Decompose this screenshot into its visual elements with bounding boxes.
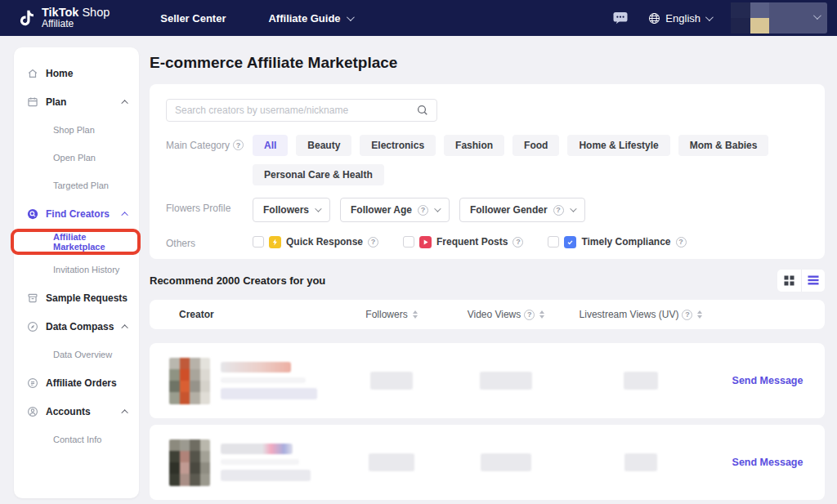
search-icon[interactable] bbox=[417, 105, 428, 116]
timely-compliance-option: Timely Compliance ? bbox=[548, 236, 686, 248]
send-message-button[interactable]: Send Message bbox=[732, 375, 803, 386]
sidebar-item-sample-requests[interactable]: Sample Requests bbox=[14, 283, 139, 312]
chevron-down-icon bbox=[347, 13, 355, 21]
creator-name-redacted bbox=[221, 444, 311, 481]
help-icon[interactable]: ? bbox=[524, 310, 535, 320]
sidebar-item-affiliate-marketplace[interactable]: Affiliate Marketplace bbox=[14, 228, 139, 256]
brand-name: TikTok bbox=[42, 6, 78, 19]
follower-gender-dropdown[interactable]: Follower Gender ? bbox=[459, 198, 585, 222]
page-title: E-commerce Affiliate Marketplace bbox=[150, 54, 397, 72]
sidebar-item-contact-info[interactable]: Contact Info bbox=[14, 426, 139, 453]
view-toggle bbox=[777, 270, 825, 292]
chevron-down-icon bbox=[315, 205, 321, 212]
chevron-up-icon bbox=[121, 100, 128, 106]
creator-table-header: Creator Followers Video Views ? Livestre… bbox=[150, 300, 825, 329]
sidebar-item-home[interactable]: Home bbox=[14, 59, 139, 87]
avatar bbox=[731, 2, 769, 33]
search-input[interactable] bbox=[175, 105, 410, 116]
quick-response-checkbox[interactable] bbox=[253, 236, 264, 248]
person-icon bbox=[27, 406, 38, 417]
box-icon bbox=[27, 292, 38, 304]
sidebar-item-targeted-plan[interactable]: Targeted Plan bbox=[14, 172, 139, 199]
brand-product: Shop bbox=[82, 6, 110, 19]
followers-value-redacted bbox=[369, 453, 414, 471]
language-label: English bbox=[665, 12, 700, 25]
sidebar-item-plan[interactable]: Plan bbox=[14, 87, 139, 116]
category-chip-all[interactable]: All bbox=[253, 135, 288, 156]
play-icon bbox=[419, 236, 432, 248]
chevron-down-icon bbox=[570, 205, 576, 212]
column-video-views[interactable]: Video Views ? bbox=[441, 309, 571, 320]
frequent-posts-checkbox[interactable] bbox=[403, 236, 414, 248]
sidebar-item-find-creators[interactable]: Find Creators bbox=[14, 199, 139, 228]
category-chip-fashion[interactable]: Fashion bbox=[444, 135, 504, 156]
sidebar-item-accounts[interactable]: Accounts bbox=[14, 397, 139, 426]
sidebar: Home Plan Shop Plan Open Plan Targeted P… bbox=[14, 47, 139, 498]
top-navigation-bar: TikTokShop Affiliate Seller Center Affil… bbox=[0, 0, 837, 36]
calendar-icon bbox=[27, 96, 38, 108]
category-chip-mom-babies[interactable]: Mom & Babies bbox=[678, 135, 769, 156]
category-chip-electronics[interactable]: Electronics bbox=[360, 135, 436, 156]
livestream-views-value-redacted bbox=[624, 453, 657, 471]
main-category-label: Main Category ? bbox=[166, 135, 253, 185]
language-selector[interactable]: English bbox=[648, 12, 711, 25]
recommend-heading: Recommend 2000 Creators for you bbox=[150, 274, 325, 287]
sidebar-item-shop-plan[interactable]: Shop Plan bbox=[14, 116, 139, 144]
sidebar-item-invitation-history[interactable]: Invitation History bbox=[14, 256, 139, 283]
grid-view-button[interactable] bbox=[777, 270, 801, 292]
creator-search bbox=[166, 99, 437, 122]
creator-avatar bbox=[169, 358, 210, 404]
creator-avatar bbox=[169, 439, 210, 486]
livestream-views-value-redacted bbox=[624, 372, 658, 390]
nav-affiliate-guide[interactable]: Affiliate Guide bbox=[268, 12, 351, 25]
video-views-value-redacted bbox=[480, 372, 532, 390]
timely-compliance-checkbox[interactable] bbox=[548, 236, 559, 248]
chat-message-icon[interactable] bbox=[612, 11, 629, 25]
help-icon[interactable]: ? bbox=[368, 237, 378, 248]
help-icon: ? bbox=[553, 205, 564, 216]
followers-dropdown[interactable]: Followers bbox=[253, 198, 330, 222]
help-icon[interactable]: ? bbox=[512, 237, 523, 248]
user-account-menu[interactable] bbox=[731, 2, 827, 33]
chevron-down-icon bbox=[434, 205, 441, 212]
sort-icon[interactable] bbox=[697, 310, 702, 319]
quick-response-option: Quick Response ? bbox=[253, 236, 378, 248]
category-chip-home-lifestyle[interactable]: Home & Lifestyle bbox=[567, 135, 669, 156]
help-icon: ? bbox=[418, 205, 428, 216]
others-label: Others bbox=[166, 233, 253, 249]
list-view-button[interactable] bbox=[801, 270, 826, 292]
home-icon bbox=[27, 68, 38, 79]
creator-row[interactable]: Send Message bbox=[150, 425, 825, 500]
sidebar-item-affiliate-orders[interactable]: Affiliate Orders bbox=[14, 368, 139, 397]
creator-name-redacted bbox=[221, 362, 317, 399]
tiktok-shop-affiliate-logo[interactable]: TikTokShop Affiliate bbox=[18, 7, 110, 29]
compass-icon bbox=[27, 321, 38, 332]
sort-icon[interactable] bbox=[539, 310, 544, 319]
lightning-icon bbox=[269, 236, 281, 248]
globe-icon bbox=[648, 12, 660, 25]
follower-age-dropdown[interactable]: Follower Age ? bbox=[340, 198, 450, 222]
sidebar-item-data-compass[interactable]: Data Compass bbox=[14, 312, 139, 341]
sidebar-item-open-plan[interactable]: Open Plan bbox=[14, 144, 139, 172]
send-message-button[interactable]: Send Message bbox=[732, 457, 803, 468]
category-chip-personal-care[interactable]: Personal Care & Health bbox=[253, 164, 384, 185]
chevron-down-icon bbox=[705, 13, 714, 21]
chevron-up-icon bbox=[121, 212, 128, 218]
followers-profile-label: Flowers Profile bbox=[166, 198, 253, 222]
nav-seller-center[interactable]: Seller Center bbox=[160, 12, 226, 25]
help-icon[interactable]: ? bbox=[676, 237, 687, 248]
sort-icon[interactable] bbox=[413, 310, 418, 319]
category-chip-beauty[interactable]: Beauty bbox=[296, 135, 351, 156]
creator-row[interactable]: Send Message bbox=[150, 343, 825, 418]
sidebar-item-data-overview[interactable]: Data Overview bbox=[14, 341, 139, 368]
brand-line2: Affiliate bbox=[42, 19, 110, 29]
chevron-up-icon bbox=[121, 409, 128, 416]
help-icon[interactable]: ? bbox=[682, 310, 692, 320]
chevron-down-icon bbox=[813, 11, 821, 20]
column-livestream-views[interactable]: Livestream Views (UV) ? bbox=[571, 309, 710, 320]
column-followers[interactable]: Followers bbox=[342, 309, 441, 320]
category-chip-food[interactable]: Food bbox=[512, 135, 559, 156]
help-icon[interactable]: ? bbox=[233, 140, 244, 150]
frequent-posts-option: Frequent Posts ? bbox=[403, 236, 523, 248]
followers-value-redacted bbox=[370, 372, 413, 390]
